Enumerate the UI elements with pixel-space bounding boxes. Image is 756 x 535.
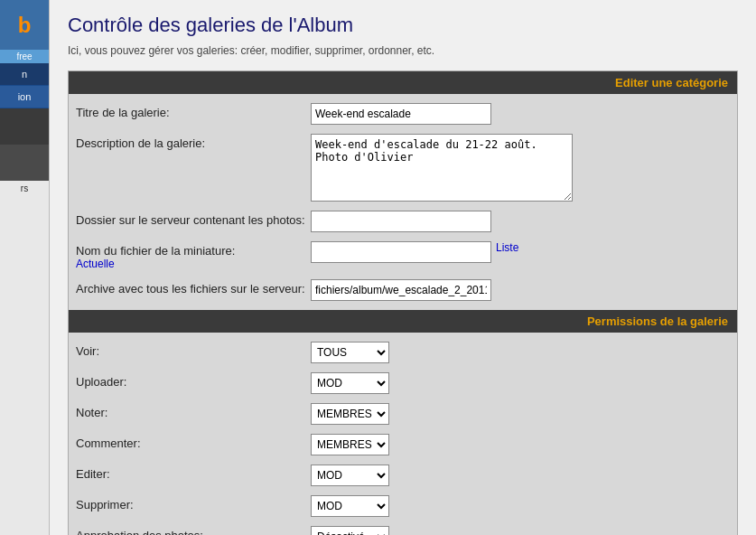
dossier-input[interactable]	[311, 211, 491, 232]
approbation-select[interactable]: TOUS MOD MEMBRES Désactivé	[311, 526, 389, 535]
commenter-select[interactable]: TOUS MOD MEMBRES Désactivé	[311, 434, 389, 455]
editer-label: Editer:	[76, 465, 311, 481]
sidebar-dark-block-1	[0, 108, 49, 145]
sidebar-logo: b	[0, 0, 49, 50]
titre-input[interactable]	[311, 103, 491, 125]
sidebar-dark-block-2	[0, 145, 49, 181]
sidebar-free-label: free	[0, 50, 49, 63]
titre-label: Titre de la galerie:	[76, 103, 311, 119]
actuelle-link[interactable]: Actuelle	[76, 258, 311, 270]
description-textarea[interactable]: Week-end d'escalade du 21-22 août. Photo…	[311, 134, 573, 202]
main-panel: Editer une catégorie Titre de la galerie…	[68, 70, 738, 535]
edit-section-body: Titre de la galerie: Description de la g…	[69, 94, 737, 310]
miniature-label: Nom du fichier de la miniature: Actuelle	[76, 241, 311, 270]
uploader-label: Uploader:	[76, 372, 311, 389]
approbation-label: Approbation des photos:	[76, 526, 311, 535]
sidebar-label-rs: rs	[0, 181, 49, 196]
supprimer-row: Supprimer: TOUS MOD MEMBRES Désactivé	[69, 491, 737, 521]
commenter-row: Commenter: TOUS MOD MEMBRES Désactivé	[69, 429, 737, 460]
editer-select[interactable]: TOUS MOD MEMBRES Désactivé	[311, 465, 389, 486]
titre-row: Titre de la galerie:	[69, 99, 737, 129]
page-subtitle: Ici, vous pouvez gérer vos galeries: cré…	[68, 44, 738, 57]
voir-row: Voir: TOUS MOD MEMBRES Désactivé	[69, 337, 737, 368]
page-title: Contrôle des galeries de l'Album	[68, 14, 738, 37]
editer-row: Editer: TOUS MOD MEMBRES Désactivé	[69, 460, 737, 491]
dossier-label: Dossier sur le serveur contenant les pho…	[76, 211, 311, 227]
voir-select[interactable]: TOUS MOD MEMBRES Désactivé	[311, 342, 389, 363]
noter-select[interactable]: TOUS MOD MEMBRES Désactivé	[311, 403, 389, 425]
voir-label: Voir:	[76, 342, 311, 358]
uploader-row: Uploader: TOUS MOD MEMBRES Désactivé	[69, 368, 737, 399]
description-label: Description de la galerie:	[76, 134, 311, 150]
supprimer-label: Supprimer:	[76, 495, 311, 512]
approbation-row: Approbation des photos: TOUS MOD MEMBRES…	[69, 521, 737, 535]
archive-label: Archive avec tous les fichiers sur le se…	[76, 279, 311, 296]
noter-label: Noter:	[76, 403, 311, 419]
commenter-label: Commenter:	[76, 434, 311, 450]
archive-row: Archive avec tous les fichiers sur le se…	[69, 275, 737, 305]
sidebar-item-ion[interactable]: ion	[0, 86, 49, 108]
archive-input[interactable]	[311, 279, 491, 301]
liste-link[interactable]: Liste	[496, 241, 518, 254]
logo-icon: b	[18, 13, 32, 38]
permissions-section-header: Permissions de la galerie	[69, 310, 737, 333]
edit-section-header: Editer une catégorie	[69, 71, 737, 94]
description-row: Description de la galerie: Week-end d'es…	[69, 129, 737, 206]
main-content: Contrôle des galeries de l'Album Ici, vo…	[50, 0, 756, 535]
miniature-row: Nom du fichier de la miniature: Actuelle…	[69, 237, 737, 275]
miniature-input[interactable]	[311, 241, 491, 263]
sidebar-item-n[interactable]: n	[0, 63, 49, 86]
supprimer-select[interactable]: TOUS MOD MEMBRES Désactivé	[311, 495, 389, 517]
sidebar: b free n ion rs	[0, 0, 50, 535]
uploader-select[interactable]: TOUS MOD MEMBRES Désactivé	[311, 372, 389, 394]
permissions-section-body: Voir: TOUS MOD MEMBRES Désactivé Uploade…	[69, 333, 737, 535]
dossier-row: Dossier sur le serveur contenant les pho…	[69, 206, 737, 237]
noter-row: Noter: TOUS MOD MEMBRES Désactivé	[69, 399, 737, 429]
